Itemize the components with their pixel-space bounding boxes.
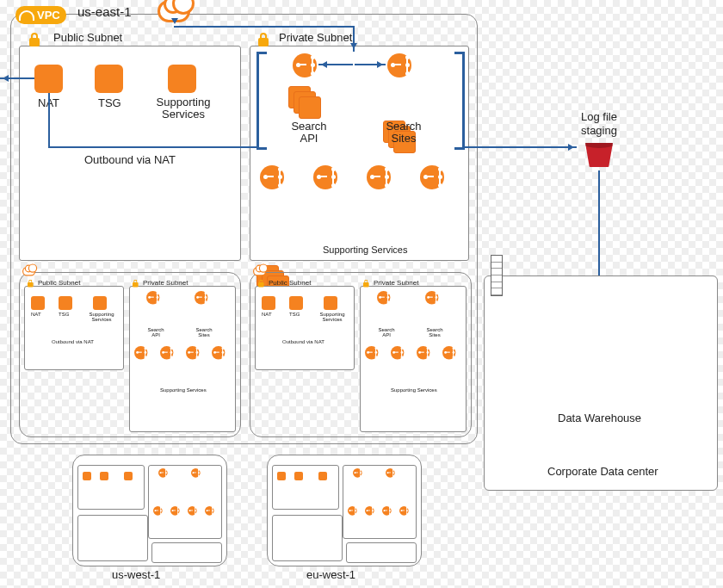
elb-icon — [146, 291, 159, 304]
server-rack-icon — [491, 255, 503, 296]
nat-box — [262, 296, 275, 310]
cloud-icon — [253, 267, 266, 275]
supporting-label: Supporting Services — [84, 312, 119, 322]
outbound-label: Outbound via NAT — [84, 153, 176, 166]
tiny-mini-1 — [272, 515, 343, 561]
lock-icon — [29, 38, 40, 46]
elb-icon — [399, 506, 409, 516]
corporate-data-center — [484, 275, 718, 491]
nat-box — [34, 65, 63, 93]
tiny-mini-1 — [77, 515, 148, 561]
s3-bucket-icon — [585, 143, 613, 167]
nat-box — [31, 296, 45, 310]
us-west-label: us-west-1 — [112, 568, 160, 581]
tsg-box — [289, 296, 303, 310]
elb-icon — [425, 291, 438, 304]
supporting-services-label: Supporting Services — [323, 244, 407, 255]
supporting-box — [168, 65, 196, 93]
region-label: us-east-1 — [77, 4, 132, 19]
arrow-bucket-down — [598, 170, 600, 291]
icon — [83, 472, 91, 480]
elb-icon — [382, 506, 392, 516]
elb-icon — [386, 468, 395, 478]
tsg-box — [95, 65, 123, 93]
search-api-label: Search API — [374, 327, 399, 337]
cloud-icon — [22, 267, 35, 275]
search-sites-label: Search Sites — [191, 327, 217, 337]
icon — [277, 472, 286, 480]
mini-private-title: Private Subnet — [374, 279, 418, 287]
icon — [294, 472, 303, 480]
elb-icon — [365, 506, 374, 516]
corporate-dc-label: Corporate Data center — [547, 465, 658, 478]
lock-icon — [363, 282, 369, 288]
elb-icon — [158, 468, 168, 478]
elb-icon — [365, 346, 378, 359]
elb-icon — [420, 165, 444, 189]
elb-icon — [260, 165, 284, 189]
connector — [48, 93, 50, 146]
lock-icon — [133, 282, 139, 288]
elb-icon — [387, 53, 411, 77]
elb-icon — [353, 468, 362, 478]
private-subnet-title: Private Subnet — [279, 31, 352, 44]
data-warehouse-label: Data Warehouse — [558, 412, 641, 424]
public-subnet-title: Public Subnet — [53, 31, 122, 44]
lock-icon — [258, 38, 269, 46]
search-sites-label: Search Sites — [422, 327, 448, 337]
search-sites-label: Search Sites — [384, 121, 423, 145]
elb-icon — [377, 291, 390, 304]
tsg-box — [59, 296, 72, 310]
icon — [124, 472, 133, 480]
elb-icon — [195, 291, 207, 304]
mini-private-title: Private Subnet — [143, 279, 188, 287]
eu-west-label: eu-west-1 — [306, 568, 355, 581]
arrow-into-private — [353, 26, 355, 52]
elb-icon — [348, 506, 357, 516]
search-api-label: Search API — [289, 121, 329, 145]
tsg-label: TSG — [98, 96, 121, 109]
connector — [174, 26, 355, 28]
elb-icon — [160, 346, 173, 359]
elb-icon — [391, 346, 404, 359]
supporting-services-label: Supporting Services — [160, 387, 207, 393]
arrow-to-logs — [465, 146, 577, 148]
elb-icon — [153, 506, 163, 516]
tsg-label: TSG — [289, 312, 300, 317]
nat-label: NAT — [31, 312, 41, 317]
elb-icon — [170, 506, 180, 516]
elb-icon — [205, 506, 214, 516]
elb-icon — [442, 346, 455, 359]
supporting-label: Supporting Services — [315, 312, 349, 322]
supporting-box — [324, 296, 337, 310]
tiny-mini-2 — [151, 542, 222, 563]
bracket-right — [454, 52, 465, 150]
arrow-to-elb-left — [318, 64, 353, 65]
elb-icon — [134, 346, 147, 359]
outbound-label: Outbound via NAT — [282, 339, 324, 344]
private-subnet — [250, 46, 469, 261]
arrow-nat-out — [0, 77, 34, 79]
supporting-box — [93, 296, 107, 310]
search-api-label: Search API — [143, 327, 169, 337]
arrow-to-elb-right — [355, 64, 386, 65]
icon — [100, 472, 108, 480]
elb-icon — [188, 506, 197, 516]
vpc-badge: VPC — [15, 6, 66, 24]
elb-icon — [191, 468, 201, 478]
elb-icon — [417, 346, 429, 359]
elb-icon — [293, 53, 317, 77]
connector — [48, 146, 256, 148]
outbound-label: Outbound via NAT — [52, 339, 94, 344]
instance-stack — [288, 86, 323, 121]
nat-label: NAT — [262, 312, 272, 317]
bracket-left — [256, 52, 267, 150]
log-file-staging-label: Log file staging — [573, 110, 625, 137]
elb-icon — [313, 165, 337, 189]
supporting-label: Supporting Services — [153, 96, 213, 121]
supporting-services-label: Supporting Services — [391, 387, 437, 393]
elb-icon — [212, 346, 225, 359]
elb-icon — [186, 346, 199, 359]
tiny-mini-2 — [346, 542, 417, 563]
tsg-label: TSG — [59, 312, 69, 317]
